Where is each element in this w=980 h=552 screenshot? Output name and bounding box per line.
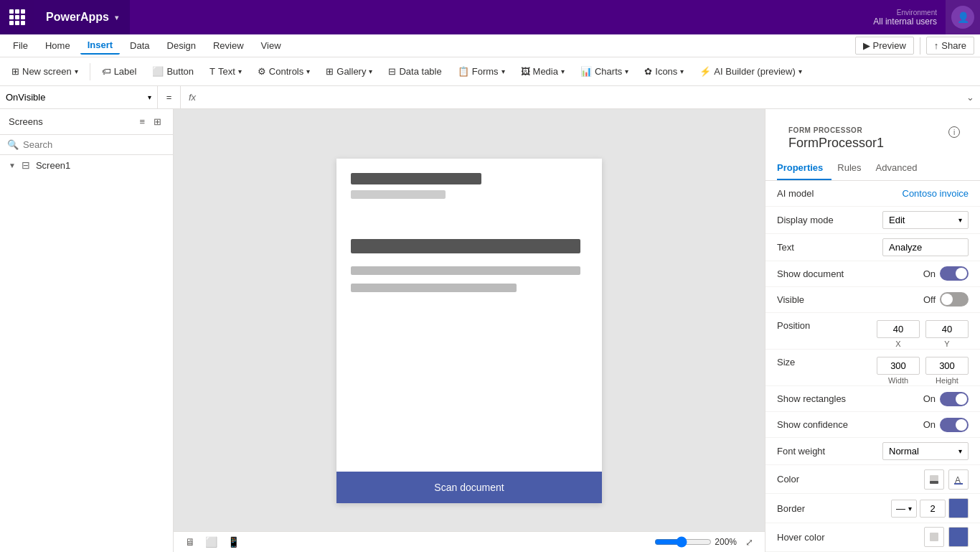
prop-size: Size Width Height	[765, 350, 980, 386]
doc-section-bar	[351, 239, 580, 253]
share-button[interactable]: ↑ Share	[926, 37, 974, 55]
svg-rect-1	[930, 481, 938, 484]
prop-visible: Visible Off	[765, 287, 980, 313]
menu-review[interactable]: Review	[206, 37, 251, 54]
border-color-swatch[interactable]	[948, 498, 969, 518]
formula-equals: =	[158, 86, 181, 108]
color-fill-swatch[interactable]	[924, 469, 944, 490]
property-selector[interactable]: OnVisible ▾	[0, 86, 158, 108]
screen1-expand-icon: ▼	[9, 162, 16, 169]
forms-icon: 📋	[458, 66, 469, 77]
panel-info-icon[interactable]: i	[948, 126, 960, 138]
menu-design[interactable]: Design	[160, 37, 203, 54]
controls-button[interactable]: ⚙ Controls ▾	[252, 63, 316, 80]
icons-chevron-icon: ▾	[680, 67, 684, 75]
hover-color-swatch-2[interactable]	[948, 527, 969, 547]
button-icon: ⬜	[152, 66, 164, 77]
new-screen-button[interactable]: ⊞ New screen ▾	[6, 63, 84, 80]
prop-display-mode: Display mode Edit ▾	[765, 207, 980, 234]
user-avatar[interactable]: 👤	[946, 0, 980, 34]
icons-button[interactable]: ✿ Icons ▾	[639, 63, 689, 80]
text-button[interactable]: T Text ▾	[204, 63, 248, 80]
display-mode-dropdown[interactable]: Edit ▾	[882, 211, 969, 229]
media-button[interactable]: 🖼 Media ▾	[515, 63, 570, 80]
top-bar: PowerApps ▾ Environment All internal use…	[0, 0, 980, 34]
hover-fill-swatch[interactable]	[924, 527, 944, 547]
prop-ai-model: AI model Contoso invoice	[765, 181, 980, 207]
gallery-chevron-icon: ▾	[369, 67, 372, 75]
tablet-view-icon[interactable]: ⬜	[202, 535, 220, 549]
formula-input[interactable]	[204, 92, 961, 103]
desktop-view-icon[interactable]: 🖥	[182, 535, 198, 549]
view-icons: 🖥 ⬜ 📱	[182, 535, 242, 549]
font-weight-chevron-icon: ▾	[958, 447, 962, 455]
text-icon: T	[209, 66, 215, 77]
gallery-icon: ⊞	[326, 66, 334, 77]
font-weight-dropdown[interactable]: Normal ▾	[882, 442, 969, 460]
zoom-level: 200%	[715, 537, 737, 547]
menu-home[interactable]: Home	[38, 37, 77, 54]
color-fill-icon	[928, 474, 940, 485]
ai-builder-button[interactable]: ⚡ AI Builder (preview) ▾	[694, 63, 807, 80]
menu-data[interactable]: Data	[123, 37, 156, 54]
menu-insert[interactable]: Insert	[80, 37, 120, 55]
menu-file[interactable]: File	[6, 37, 35, 54]
mobile-view-icon[interactable]: 📱	[225, 535, 242, 549]
insert-toolbar: ⊞ New screen ▾ 🏷 Label ⬜ Button T Text ▾…	[0, 57, 980, 86]
formula-expand-icon[interactable]: ⌄	[961, 92, 980, 103]
size-width-input[interactable]	[877, 357, 920, 375]
search-input[interactable]	[23, 139, 166, 150]
environment-info: Environment All internal users	[873, 9, 946, 27]
show-confidence-toggle[interactable]	[940, 418, 969, 432]
data-table-icon: ⊟	[388, 66, 396, 77]
prop-color: Color A	[765, 465, 980, 494]
charts-button[interactable]: 📊 Charts ▾	[575, 63, 634, 80]
waffle-menu[interactable]	[0, 0, 34, 34]
gallery-button[interactable]: ⊞ Gallery ▾	[320, 63, 378, 80]
show-rectangles-toggle[interactable]	[940, 392, 969, 406]
prop-text: Text	[765, 234, 980, 261]
label-button[interactable]: 🏷 Label	[96, 63, 143, 80]
screens-grid-view-button[interactable]: ⊞	[151, 115, 164, 128]
screen1-item[interactable]: ▼ ⊟ Screen1	[0, 155, 173, 175]
menu-view[interactable]: View	[254, 37, 288, 54]
prop-show-document: Show document On	[765, 261, 980, 287]
border-line-icon: —	[896, 503, 905, 514]
canvas-frame[interactable]: Scan document	[336, 159, 602, 503]
canvas-bottom-bar: 🖥 ⬜ 📱 200% ⤢	[174, 531, 765, 552]
position-x-input[interactable]	[877, 320, 920, 338]
color-text-swatch[interactable]: A	[948, 469, 969, 490]
border-width-input[interactable]	[920, 500, 946, 518]
prop-position: Position X Y	[765, 313, 980, 350]
text-input[interactable]	[882, 238, 969, 256]
button-button[interactable]: ⬜ Button	[146, 63, 199, 80]
tab-advanced[interactable]: Advanced	[876, 156, 926, 180]
screen-icon: ⊞	[11, 66, 19, 77]
media-icon: 🖼	[521, 66, 530, 77]
display-mode-chevron-icon: ▾	[958, 216, 962, 224]
tab-rules[interactable]: Rules	[837, 156, 870, 180]
prop-hover-color: Hover color	[765, 523, 980, 552]
zoom-slider[interactable]	[654, 536, 712, 548]
position-y-input[interactable]	[925, 320, 969, 338]
preview-button[interactable]: ▶ Preview	[855, 37, 914, 55]
visible-toggle[interactable]	[940, 292, 969, 307]
fit-screen-button[interactable]: ⤢	[743, 537, 756, 548]
visible-thumb	[941, 294, 953, 305]
size-group: Width Height	[877, 357, 969, 385]
tab-properties[interactable]: Properties	[777, 156, 831, 180]
app-title[interactable]: PowerApps ▾	[34, 0, 130, 34]
size-height-input[interactable]	[925, 357, 969, 375]
show-document-toggle[interactable]	[940, 266, 969, 281]
screens-list-view-button[interactable]: ≡	[136, 115, 148, 128]
doc-line-1	[351, 173, 481, 184]
border-style-dropdown[interactable]: — ▾	[891, 500, 917, 518]
waffle-grid-icon	[9, 9, 25, 25]
menu-bar: File Home Insert Data Design Review View…	[0, 34, 980, 57]
border-controls: — ▾	[891, 498, 969, 518]
data-table-button[interactable]: ⊟ Data table	[382, 63, 447, 80]
ai-builder-chevron-icon: ▾	[798, 67, 802, 75]
prop-font-weight: Font weight Normal ▾	[765, 438, 980, 465]
scan-document-button[interactable]: Scan document	[336, 472, 602, 503]
forms-button[interactable]: 📋 Forms ▾	[452, 63, 511, 80]
